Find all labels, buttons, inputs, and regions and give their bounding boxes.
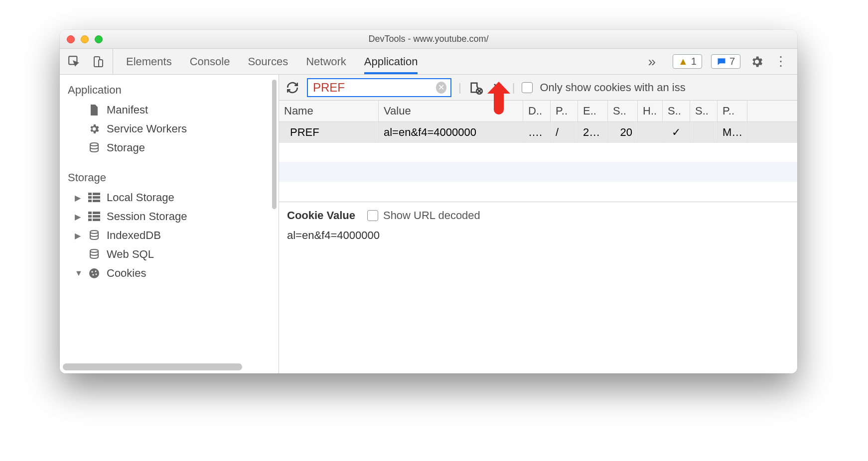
application-sidebar: Application Manifest Service Workers xyxy=(60,75,279,373)
warnings-count: 1 xyxy=(691,56,697,67)
table-row[interactable]: PREF al=en&f4=4000000 …. / 2… 20 ✓ M… xyxy=(279,122,797,143)
cell-value: al=en&f4=4000000 xyxy=(379,122,523,143)
sidebar-item-label: Cookies xyxy=(107,267,146,280)
svg-point-20 xyxy=(95,271,97,272)
cell-size: 20 xyxy=(608,122,638,143)
chevron-down-icon: ▼ xyxy=(75,269,82,278)
sidebar-item-label: Manifest xyxy=(107,104,148,116)
sidebar-item-websql[interactable]: Web SQL xyxy=(60,245,279,264)
svg-point-16 xyxy=(90,230,98,233)
zoom-window-button[interactable] xyxy=(95,35,103,43)
window: DevTools - www.youtube.com/ Elements Con… xyxy=(60,30,797,373)
cookie-value-title: Cookie Value xyxy=(287,209,355,222)
col-size[interactable]: S.. xyxy=(608,101,638,121)
cookies-toolbar: ✕ | | Only show cookies with an iss xyxy=(279,75,797,101)
tab-application[interactable]: Application xyxy=(364,49,418,74)
svg-rect-6 xyxy=(88,196,92,199)
cookie-value-panel: Cookie Value Show URL decoded al=en&f4=4… xyxy=(279,202,797,373)
svg-rect-11 xyxy=(93,212,100,214)
grid-icon xyxy=(88,210,101,223)
cell-domain: …. xyxy=(523,122,551,143)
sidebar-item-service-workers[interactable]: Service Workers xyxy=(60,119,279,138)
sidebar-item-cookies[interactable]: ▼ Cookies xyxy=(60,264,279,283)
tab-console[interactable]: Console xyxy=(190,49,230,74)
sidebar-item-indexeddb[interactable]: ▶ IndexedDB xyxy=(60,226,279,245)
title-bar: DevTools - www.youtube.com/ xyxy=(60,30,797,49)
database-icon xyxy=(88,248,101,261)
sidebar-item-local-storage[interactable]: ▶ Local Storage xyxy=(60,188,279,207)
sidebar-item-label: Local Storage xyxy=(107,191,174,204)
cell-expires: 2… xyxy=(578,122,608,143)
messages-count: 7 xyxy=(729,56,735,67)
sidebar-item-storage[interactable]: Storage xyxy=(60,138,279,157)
col-httponly[interactable]: H.. xyxy=(638,101,663,121)
svg-rect-14 xyxy=(88,219,92,221)
show-url-decoded-checkbox[interactable] xyxy=(367,210,378,221)
svg-rect-12 xyxy=(88,215,92,218)
database-icon xyxy=(88,141,101,154)
file-icon xyxy=(88,104,101,116)
tab-elements[interactable]: Elements xyxy=(126,49,172,74)
col-path[interactable]: P.. xyxy=(551,101,578,121)
cookies-table: Name Value D.. P.. E.. S.. H.. S.. S.. P… xyxy=(279,101,797,202)
svg-rect-7 xyxy=(93,196,100,199)
refresh-icon[interactable] xyxy=(285,80,300,95)
sidebar-item-session-storage[interactable]: ▶ Session Storage xyxy=(60,207,279,226)
col-name[interactable]: Name xyxy=(279,101,379,121)
cell-priority: M… xyxy=(718,122,747,143)
devtools-toolbar: Elements Console Sources Network Applica… xyxy=(60,49,797,75)
cell-name: PREF xyxy=(279,122,379,143)
message-icon xyxy=(717,57,726,67)
col-expires[interactable]: E.. xyxy=(578,101,608,121)
svg-point-19 xyxy=(91,271,93,272)
sidebar-section-storage: Storage xyxy=(60,167,279,188)
sidebar-item-label: Storage xyxy=(107,141,145,154)
delete-icon[interactable] xyxy=(490,80,505,95)
only-issues-label: Only show cookies with an iss xyxy=(540,81,685,94)
traffic-lights xyxy=(67,35,103,43)
messages-badge[interactable]: 7 xyxy=(711,54,740,69)
only-issues-checkbox[interactable] xyxy=(522,82,533,93)
sidebar-item-label: IndexedDB xyxy=(107,229,161,242)
warnings-badge[interactable]: ▲ 1 xyxy=(673,54,702,69)
cookie-value-text: al=en&f4=4000000 xyxy=(287,229,789,242)
chevron-right-icon: ▶ xyxy=(75,231,82,240)
svg-point-22 xyxy=(96,274,97,275)
tab-network[interactable]: Network xyxy=(306,49,346,74)
col-secure[interactable]: S.. xyxy=(663,101,690,121)
inspect-icon[interactable] xyxy=(67,54,82,69)
svg-point-3 xyxy=(90,143,98,146)
filter-input-container: ✕ xyxy=(307,78,451,97)
filter-input[interactable] xyxy=(312,80,432,95)
col-priority[interactable]: P.. xyxy=(718,101,747,121)
tab-sources[interactable]: Sources xyxy=(248,49,288,74)
minimize-window-button[interactable] xyxy=(81,35,89,43)
svg-rect-8 xyxy=(88,200,92,202)
close-window-button[interactable] xyxy=(67,35,75,43)
more-tabs-button[interactable]: » xyxy=(636,54,668,70)
sidebar-section-application: Application xyxy=(60,80,279,101)
cell-httponly xyxy=(638,122,663,143)
svg-rect-10 xyxy=(88,212,92,214)
settings-icon[interactable] xyxy=(749,54,764,69)
cell-secure: ✓ xyxy=(663,122,690,143)
gear-icon xyxy=(88,122,101,135)
sidebar-item-label: Session Storage xyxy=(107,210,187,223)
svg-rect-2 xyxy=(99,60,103,67)
warning-icon: ▲ xyxy=(678,56,688,67)
svg-rect-13 xyxy=(93,215,100,218)
sidebar-item-manifest[interactable]: Manifest xyxy=(60,101,279,119)
kebab-icon[interactable]: ⋮ xyxy=(773,54,788,69)
window-title: DevTools - www.youtube.com/ xyxy=(368,34,488,44)
col-samesite[interactable]: S.. xyxy=(690,101,718,121)
col-value[interactable]: Value xyxy=(379,101,523,121)
sidebar-scrollbar-horizontal[interactable] xyxy=(63,363,242,370)
svg-rect-9 xyxy=(93,200,100,202)
svg-point-21 xyxy=(92,274,94,275)
col-domain[interactable]: D.. xyxy=(523,101,551,121)
clear-all-icon[interactable] xyxy=(468,80,483,95)
clear-filter-icon[interactable]: ✕ xyxy=(436,82,446,94)
device-toggle-icon[interactable] xyxy=(91,54,106,69)
database-icon xyxy=(88,229,101,242)
sidebar-scrollbar-vertical[interactable] xyxy=(272,80,277,209)
